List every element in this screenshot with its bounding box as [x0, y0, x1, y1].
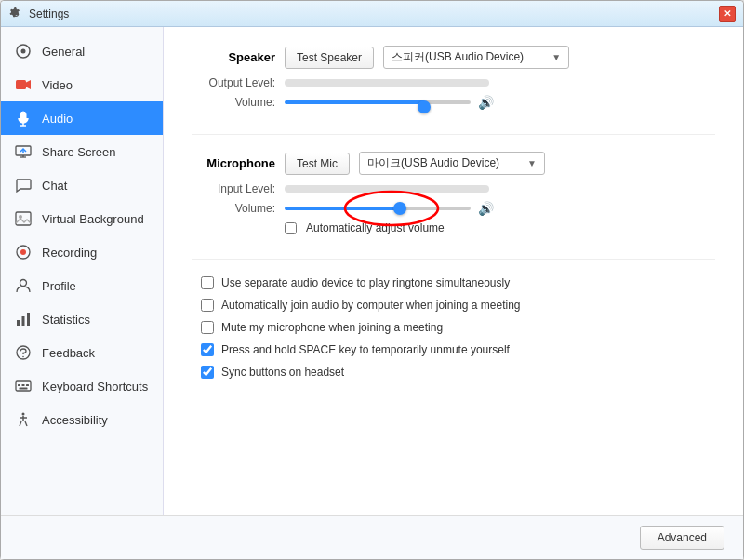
sidebar-item-feedback[interactable]: Feedback [1, 336, 163, 369]
svg-rect-24 [20, 388, 28, 390]
sidebar-label-profile: Profile [42, 279, 76, 293]
speaker-row: Speaker Test Speaker 스피커(USB Audio Devic… [192, 46, 715, 69]
checkbox-press-space[interactable] [201, 343, 214, 356]
input-level-bar [285, 185, 489, 193]
sidebar-item-chat[interactable]: Chat [1, 168, 163, 202]
sidebar-label-virtual-background: Virtual Background [42, 212, 144, 226]
sidebar-item-accessibility[interactable]: Accessibility [1, 403, 163, 436]
sidebar: General Video [1, 27, 164, 515]
svg-rect-10 [16, 212, 31, 225]
sidebar-item-audio[interactable]: Audio [1, 101, 163, 135]
video-icon [14, 75, 33, 94]
sidebar-label-general: General [42, 45, 85, 59]
checkbox-label-sync-buttons: Sync buttons on headset [221, 366, 344, 379]
sidebar-label-recording: Recording [42, 246, 97, 260]
checkbox-auto-join[interactable] [201, 299, 214, 312]
svg-point-19 [22, 356, 24, 358]
output-level-row: Output Level: [192, 76, 715, 89]
sidebar-item-recording[interactable]: Recording [1, 235, 163, 269]
speaker-volume-slider[interactable] [285, 95, 471, 110]
svg-rect-16 [22, 316, 25, 326]
close-button[interactable]: ✕ [719, 6, 736, 22]
sidebar-label-video: Video [42, 78, 73, 92]
svg-rect-17 [27, 313, 30, 326]
window-title: Settings [29, 7, 69, 20]
audio-icon [14, 109, 33, 127]
microphone-row: Microphone Test Mic 마이크(USB Audio Device… [192, 152, 715, 175]
divider-2 [192, 259, 715, 260]
main-content: Speaker Test Speaker 스피커(USB Audio Devic… [164, 27, 743, 515]
test-speaker-button[interactable]: Test Speaker [285, 47, 374, 69]
microphone-label: Microphone [192, 156, 275, 170]
titlebar-left: Settings [8, 7, 69, 21]
sidebar-item-keyboard-shortcuts[interactable]: Keyboard Shortcuts [1, 369, 163, 403]
speaker-label: Speaker [192, 50, 275, 64]
accessibility-icon [14, 410, 33, 429]
sidebar-item-statistics[interactable]: Statistics [1, 302, 163, 336]
sidebar-label-accessibility: Accessibility [42, 413, 108, 427]
profile-icon [14, 276, 33, 295]
checkbox-separate-audio[interactable] [201, 276, 214, 289]
divider-1 [192, 134, 715, 135]
sidebar-item-general[interactable]: General [1, 34, 163, 68]
checkbox-label-separate-audio: Use separate audio device to play ringto… [221, 276, 510, 289]
checkbox-row-mute-mic: Mute my microphone when joining a meetin… [201, 321, 715, 334]
speaker-dropdown-arrow: ▼ [551, 52, 561, 62]
sidebar-label-statistics: Statistics [42, 313, 90, 327]
sidebar-item-virtual-background[interactable]: Virtual Background [1, 202, 163, 235]
statistics-icon [14, 310, 33, 328]
speaker-device-select[interactable]: 스피커(USB Audio Device) ▼ [383, 46, 569, 69]
mic-volume-slider[interactable] [285, 201, 471, 216]
speaker-volume-label: Volume: [192, 96, 275, 109]
mic-slider-thumb[interactable] [393, 202, 406, 215]
options-section: Use separate audio device to play ringto… [192, 276, 715, 379]
sidebar-item-share-screen[interactable]: Share Screen [1, 135, 163, 168]
speaker-volume-slider-container: 🔊 [285, 95, 494, 110]
svg-point-14 [20, 280, 27, 287]
svg-point-25 [22, 413, 25, 416]
settings-icon [8, 7, 23, 21]
microphone-section: Microphone Test Mic 마이크(USB Audio Device… [192, 152, 715, 234]
auto-adjust-row: Automatically adjust volume [285, 221, 715, 234]
sidebar-label-audio: Audio [42, 112, 73, 126]
output-level-bar [285, 79, 489, 87]
content-area: General Video [1, 27, 743, 515]
test-mic-button[interactable]: Test Mic [285, 153, 350, 175]
input-level-row: Input Level: [192, 182, 715, 195]
sidebar-label-keyboard-shortcuts: Keyboard Shortcuts [42, 380, 148, 393]
bottom-bar: Advanced [1, 515, 743, 559]
keyboard-shortcuts-icon [14, 377, 33, 395]
mic-device-select[interactable]: 마이크(USB Audio Device) ▼ [359, 152, 545, 175]
sidebar-label-chat: Chat [42, 179, 67, 193]
share-screen-icon [14, 142, 33, 161]
advanced-button[interactable]: Advanced [640, 526, 724, 550]
virtual-background-icon [14, 209, 33, 228]
auto-adjust-checkbox[interactable] [285, 222, 297, 234]
svg-rect-23 [26, 384, 29, 386]
speaker-slider-thumb[interactable] [418, 100, 431, 113]
sidebar-item-profile[interactable]: Profile [1, 269, 163, 302]
checkbox-sync-buttons[interactable] [201, 366, 214, 379]
checkbox-mute-mic[interactable] [201, 321, 214, 334]
svg-rect-21 [18, 384, 20, 386]
speaker-volume-row: Volume: 🔊 [192, 95, 715, 110]
speaker-volume-icon: 🔊 [478, 95, 494, 110]
svg-marker-3 [26, 80, 31, 89]
titlebar: Settings ✕ [1, 1, 743, 27]
audio-settings-section: Speaker Test Speaker 스피커(USB Audio Devic… [192, 46, 715, 379]
mic-volume-row: Volume: 🔊 [192, 201, 715, 216]
speaker-device-text: 스피커(USB Audio Device) [392, 49, 524, 65]
input-level-label: Input Level: [192, 182, 275, 195]
svg-rect-2 [16, 80, 26, 89]
mic-volume-icon: 🔊 [478, 201, 494, 216]
sidebar-label-share-screen: Share Screen [42, 145, 116, 159]
checkbox-row-sync-buttons: Sync buttons on headset [201, 366, 715, 379]
sidebar-label-feedback: Feedback [42, 346, 95, 360]
mic-dropdown-arrow: ▼ [527, 158, 537, 168]
svg-rect-15 [17, 320, 20, 326]
mic-slider-track [285, 207, 471, 210]
checkbox-row-press-space: Press and hold SPACE key to temporarily … [201, 343, 715, 356]
sidebar-item-video[interactable]: Video [1, 68, 163, 101]
recording-icon [14, 243, 33, 261]
settings-window: Settings ✕ General [0, 0, 744, 560]
